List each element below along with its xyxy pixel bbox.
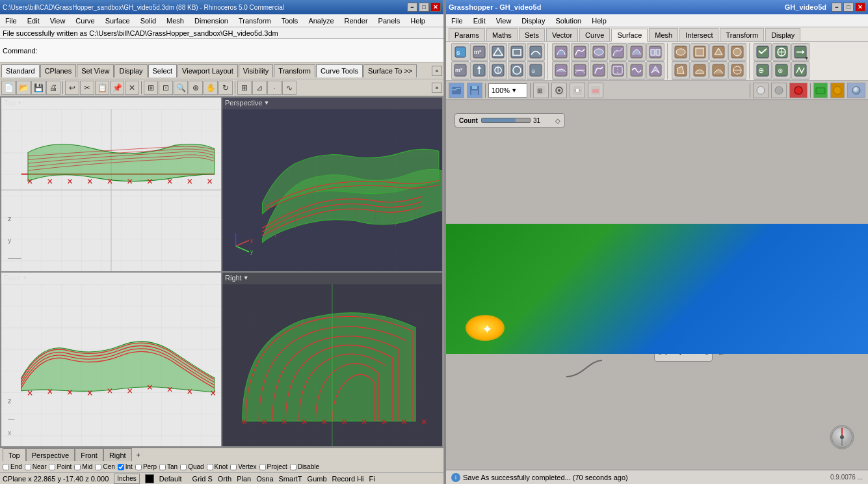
menu-file[interactable]: File bbox=[3, 17, 20, 25]
rhino-close-button[interactable]: ✕ bbox=[430, 3, 441, 12]
menu-render[interactable]: Render bbox=[342, 17, 371, 25]
zoom-extents-button[interactable]: ⊡ bbox=[159, 81, 173, 95]
snap-quad[interactable]: Quad bbox=[180, 463, 204, 470]
gh-icon-util-5[interactable]: ⊗ bbox=[772, 61, 791, 79]
count-slider-track[interactable] bbox=[481, 118, 531, 123]
rhino-minimize-button[interactable]: − bbox=[407, 3, 417, 12]
gh-canvas-save-btn[interactable] bbox=[467, 83, 482, 98]
gh-icon-freeform-1[interactable] bbox=[552, 43, 570, 61]
status-layer[interactable]: Default bbox=[159, 475, 182, 483]
snap-knot[interactable]: Knot bbox=[207, 463, 228, 470]
gh-icon-util-1[interactable] bbox=[754, 43, 772, 61]
viewport-perspective[interactable]: Perspective ▼ bbox=[222, 98, 442, 271]
select-all-button[interactable]: ⊞ bbox=[144, 81, 158, 95]
rotate-button[interactable]: ↻ bbox=[218, 81, 233, 95]
rhino-maximize-button[interactable]: □ bbox=[419, 3, 429, 12]
vp-tab-right[interactable]: Right bbox=[103, 448, 132, 461]
pan-button[interactable]: ✋ bbox=[204, 81, 218, 95]
undo-button[interactable]: ↩ bbox=[65, 81, 79, 95]
grid-snap-button[interactable]: ⊞ bbox=[237, 81, 252, 95]
gh-icon-freeform-3[interactable] bbox=[590, 43, 608, 61]
gh-menu-edit[interactable]: Edit bbox=[471, 17, 488, 25]
vp-tab-front[interactable]: Front bbox=[75, 448, 103, 461]
gh-menu-help[interactable]: Help bbox=[589, 17, 609, 25]
paste-button[interactable]: 📌 bbox=[110, 81, 124, 95]
gh-icon-freeform-10[interactable] bbox=[609, 61, 627, 79]
gh-canvas-zoom-btn[interactable]: ⊞ bbox=[533, 83, 549, 98]
snap-tan[interactable]: Tan bbox=[159, 463, 178, 470]
menu-analyze[interactable]: Analyze bbox=[306, 17, 336, 25]
viewport-top[interactable]: Top ▼ bbox=[1, 98, 221, 271]
gh-tab-curve[interactable]: Curve bbox=[579, 28, 610, 41]
toolbar2-scroll-right[interactable]: » bbox=[432, 83, 442, 93]
copy-button[interactable]: 📋 bbox=[95, 81, 109, 95]
gh-menu-view[interactable]: View bbox=[493, 17, 514, 25]
status-ortho[interactable]: Orth bbox=[218, 475, 231, 483]
gh-tab-sets[interactable]: Sets bbox=[519, 28, 545, 41]
menu-solid[interactable]: Solid bbox=[138, 17, 159, 25]
gh-tab-display[interactable]: Display bbox=[765, 28, 800, 41]
gh-menu-solution[interactable]: Solution bbox=[553, 17, 584, 25]
viewport-front[interactable]: Front ▼ bbox=[1, 273, 221, 446]
gh-maximize-button[interactable]: □ bbox=[843, 3, 854, 12]
gh-icon-freeform-11[interactable] bbox=[627, 61, 646, 79]
gh-canvas-preview-btn[interactable] bbox=[789, 83, 808, 98]
toolbar-scroll-right[interactable]: » bbox=[432, 66, 442, 76]
vp-tab-add-button[interactable]: + bbox=[132, 448, 145, 461]
gh-tab-mesh[interactable]: Mesh bbox=[649, 28, 678, 41]
tab-viewport-layout[interactable]: Viewport Layout bbox=[178, 64, 238, 77]
tab-standard[interactable]: Standard bbox=[1, 64, 40, 77]
status-smarttrack[interactable]: SmartT bbox=[279, 475, 302, 483]
snap-cen[interactable]: Cen bbox=[95, 463, 114, 470]
gh-icon-freeform-7[interactable] bbox=[552, 61, 570, 79]
gh-canvas-recenter-btn[interactable] bbox=[551, 83, 567, 98]
gh-icon-freeform-6[interactable] bbox=[646, 43, 664, 61]
delete-button[interactable]: ✕ bbox=[125, 81, 139, 95]
viewport-perspective-dropdown[interactable]: ▼ bbox=[263, 100, 269, 106]
gh-canvas-display-btn[interactable] bbox=[570, 83, 585, 98]
gh-menu-file[interactable]: File bbox=[449, 17, 466, 25]
gh-icon-freeform-2[interactable] bbox=[571, 43, 589, 61]
tab-curve-tools[interactable]: Curve Tools bbox=[316, 64, 363, 77]
snap-disable[interactable]: Disable bbox=[290, 463, 319, 470]
new-file-button[interactable]: 📄 bbox=[1, 81, 16, 95]
status-color-swatch[interactable] bbox=[145, 474, 154, 483]
status-filter[interactable]: Fi bbox=[369, 475, 375, 483]
gh-canvas-sphere-btn[interactable] bbox=[847, 83, 865, 98]
viewport-right-dropdown[interactable]: ▼ bbox=[243, 275, 249, 281]
tab-select[interactable]: Select bbox=[148, 64, 178, 77]
curve-button[interactable]: ∿ bbox=[282, 81, 296, 95]
menu-tools[interactable]: Tools bbox=[279, 17, 301, 25]
status-units[interactable]: Inches bbox=[114, 474, 139, 484]
count-slider[interactable]: Count 31 ◇ bbox=[454, 113, 565, 128]
gh-canvas-amber-btn[interactable] bbox=[830, 83, 845, 98]
snap-vertex[interactable]: Vertex bbox=[230, 463, 256, 470]
tab-transform[interactable]: Transform bbox=[274, 64, 315, 77]
zoom-window-button[interactable]: 🔍 bbox=[174, 81, 188, 95]
menu-mesh[interactable]: Mesh bbox=[164, 17, 187, 25]
gh-tab-intersect[interactable]: Intersect bbox=[679, 28, 718, 41]
menu-edit[interactable]: Edit bbox=[25, 17, 42, 25]
gh-icon-prim-3[interactable] bbox=[709, 43, 728, 61]
status-planar[interactable]: Plan bbox=[237, 475, 251, 483]
tab-surface-to[interactable]: Surface To >> bbox=[363, 64, 417, 77]
status-gumball[interactable]: Gumb bbox=[308, 475, 327, 483]
menu-help[interactable]: Help bbox=[408, 17, 428, 25]
gh-tab-transform[interactable]: Transform bbox=[720, 28, 764, 41]
vp-tab-top[interactable]: Top bbox=[3, 448, 26, 461]
gh-minimize-button[interactable]: − bbox=[832, 3, 842, 12]
gh-icon-normal[interactable] bbox=[470, 61, 488, 79]
print-button[interactable]: 🖨 bbox=[46, 81, 60, 95]
gh-icon-eval[interactable] bbox=[489, 61, 507, 79]
gh-icon-osculating[interactable] bbox=[508, 61, 526, 79]
status-record[interactable]: Record Hi bbox=[332, 475, 364, 483]
gh-tab-surface[interactable]: Surface bbox=[611, 29, 648, 42]
gh-icon-freeform-4[interactable] bbox=[609, 43, 627, 61]
gh-icon-freeform-12[interactable] bbox=[646, 61, 664, 79]
gh-canvas-green1-btn[interactable] bbox=[813, 83, 828, 98]
gh-canvas-wire-btn[interactable] bbox=[771, 83, 787, 98]
gh-icon-freeform-8[interactable] bbox=[571, 61, 589, 79]
gh-canvas-open-btn[interactable] bbox=[449, 83, 464, 98]
gh-icon-surface-param[interactable]: S bbox=[451, 43, 469, 61]
gh-tab-maths[interactable]: Maths bbox=[486, 28, 518, 41]
